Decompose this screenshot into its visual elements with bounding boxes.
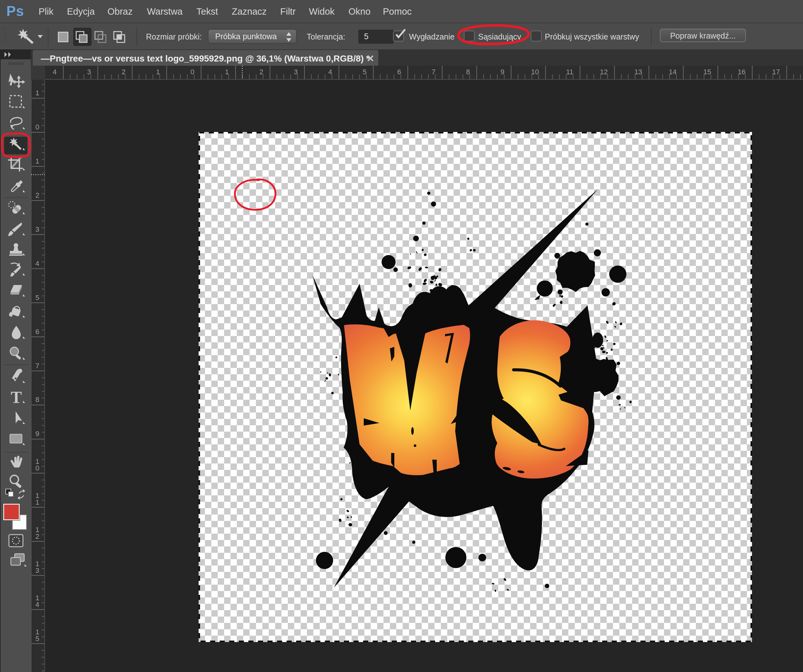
svg-text:1: 1 bbox=[225, 68, 229, 76]
svg-text:14: 14 bbox=[669, 68, 676, 76]
svg-text:5: 5 bbox=[36, 635, 39, 643]
svg-text:6: 6 bbox=[36, 328, 39, 336]
svg-text:7: 7 bbox=[432, 68, 436, 76]
svg-text:2: 2 bbox=[36, 191, 39, 199]
svg-text:3: 3 bbox=[36, 566, 39, 574]
svg-text:6: 6 bbox=[397, 68, 401, 76]
svg-text:1: 1 bbox=[36, 89, 39, 97]
svg-text:13: 13 bbox=[634, 68, 642, 76]
svg-text:4: 4 bbox=[328, 68, 332, 76]
svg-text:3: 3 bbox=[36, 225, 39, 233]
svg-text:11: 11 bbox=[566, 68, 574, 76]
svg-text:0: 0 bbox=[191, 68, 195, 76]
svg-text:3: 3 bbox=[87, 68, 91, 76]
svg-text:4: 4 bbox=[36, 259, 39, 267]
svg-text:10: 10 bbox=[531, 68, 539, 76]
svg-text:5: 5 bbox=[363, 68, 367, 76]
svg-text:8: 8 bbox=[466, 68, 470, 76]
svg-text:4: 4 bbox=[53, 68, 57, 76]
svg-text:1: 1 bbox=[36, 498, 39, 506]
svg-text:0: 0 bbox=[36, 123, 39, 131]
svg-text:12: 12 bbox=[600, 68, 608, 76]
svg-text:7: 7 bbox=[36, 362, 39, 370]
svg-text:16: 16 bbox=[738, 68, 745, 76]
svg-text:9: 9 bbox=[501, 68, 504, 76]
svg-text:1: 1 bbox=[36, 157, 39, 165]
svg-text:17: 17 bbox=[772, 68, 780, 76]
svg-text:T: T bbox=[11, 389, 22, 405]
svg-text:8: 8 bbox=[36, 395, 39, 404]
svg-text:3: 3 bbox=[294, 68, 298, 76]
svg-text:9: 9 bbox=[36, 430, 39, 438]
svg-text:1: 1 bbox=[156, 68, 160, 76]
svg-text:5: 5 bbox=[36, 294, 39, 301]
svg-text:2: 2 bbox=[36, 532, 39, 540]
svg-text:2: 2 bbox=[260, 68, 263, 76]
svg-text:15: 15 bbox=[703, 68, 711, 76]
svg-text:4: 4 bbox=[36, 600, 39, 609]
svg-text:0: 0 bbox=[36, 464, 39, 472]
svg-text:2: 2 bbox=[122, 68, 125, 76]
